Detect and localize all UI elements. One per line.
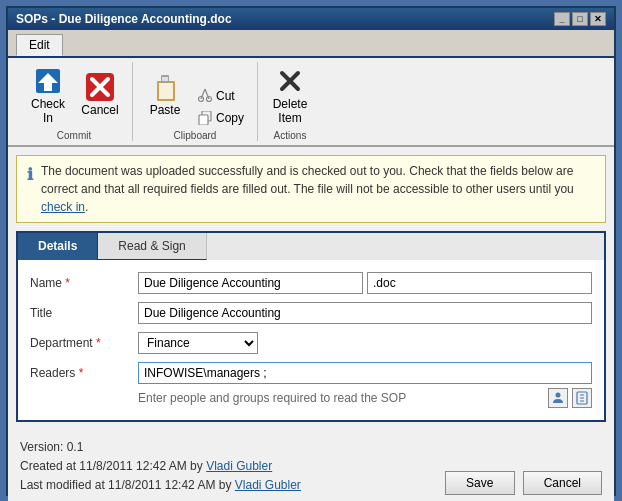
department-select[interactable]: Finance HR IT Legal Operations [138, 332, 258, 354]
tab-edit[interactable]: Edit [16, 34, 63, 56]
clipboard-group-label: Clipboard [174, 130, 217, 141]
copy-button[interactable]: Copy [193, 108, 249, 128]
tab-details[interactable]: Details [18, 233, 98, 260]
extension-input[interactable] [367, 272, 592, 294]
delete-item-button[interactable]: Delete Item [266, 62, 314, 128]
name-inputs [138, 272, 592, 294]
readers-hint-row: Enter people and groups required to read… [138, 388, 592, 408]
cancel-icon [84, 71, 116, 103]
checkin-button[interactable]: Check In [24, 62, 72, 128]
paste-icon [149, 71, 181, 103]
created-text: Created at 11/8/2011 12:42 AM by Vladi G… [20, 457, 301, 476]
version-info: Version: 0.1 Created at 11/8/2011 12:42 … [20, 438, 301, 496]
created-by-link[interactable]: Vladi Gubler [206, 459, 272, 473]
cut-copy-group: Cut Copy [193, 86, 249, 128]
commit-group-label: Commit [57, 130, 91, 141]
readers-icons [548, 388, 592, 408]
close-button[interactable]: ✕ [590, 12, 606, 26]
clipboard-buttons: Paste Cut [141, 62, 249, 128]
cancel-button[interactable]: Cancel [76, 68, 124, 128]
window-controls: _ □ ✕ [554, 12, 606, 26]
window-title: SOPs - Due Diligence Accounting.doc [16, 12, 232, 26]
readers-hint-text: Enter people and groups required to read… [138, 391, 406, 405]
content-area: ℹ The document was uploaded successfully… [8, 147, 614, 430]
svg-point-17 [556, 392, 561, 397]
modified-by-link[interactable]: Vladi Gubler [235, 478, 301, 492]
department-row: Department * Finance HR IT Legal Operati… [30, 332, 592, 354]
form-body: Name * Title Department [18, 260, 604, 420]
readers-row: Readers * Enter people and groups requir… [30, 362, 592, 408]
title-bar: SOPs - Due Diligence Accounting.doc _ □ … [8, 8, 614, 30]
application-window: SOPs - Due Diligence Accounting.doc _ □ … [6, 6, 616, 496]
title-input[interactable] [138, 302, 592, 324]
ribbon-group-actions: Delete Item Actions [258, 62, 322, 141]
modified-text: Last modified at 11/8/2011 12:42 AM by V… [20, 476, 301, 495]
checkin-icon [32, 65, 64, 97]
readers-input[interactable] [138, 362, 592, 384]
form-tab-bar: Details Read & Sign [18, 233, 604, 260]
delete-icon [274, 65, 306, 97]
paste-button[interactable]: Paste [141, 68, 189, 128]
version-text: Version: 0.1 [20, 438, 301, 457]
info-bar: ℹ The document was uploaded successfully… [16, 155, 606, 223]
department-select-container: Finance HR IT Legal Operations [138, 332, 258, 354]
name-row: Name * [30, 272, 592, 294]
maximize-button[interactable]: □ [572, 12, 588, 26]
department-label: Department * [30, 332, 130, 350]
name-required: * [65, 276, 70, 290]
cancel-footer-button[interactable]: Cancel [523, 471, 602, 495]
svg-rect-8 [162, 77, 168, 81]
actions-buttons: Delete Item [266, 62, 314, 128]
copy-icon [198, 111, 212, 125]
title-label: Title [30, 302, 130, 320]
info-icon: ℹ [27, 163, 33, 216]
ribbon-group-commit: Check In Cancel Commit [16, 62, 133, 141]
checkin-link[interactable]: check in [41, 200, 85, 214]
minimize-button[interactable]: _ [554, 12, 570, 26]
name-label: Name * [30, 272, 130, 290]
name-input[interactable] [138, 272, 363, 294]
ribbon: Check In Cancel Commit [8, 58, 614, 147]
svg-rect-14 [199, 115, 208, 125]
book-icon [575, 391, 589, 405]
readers-container: Enter people and groups required to read… [138, 362, 592, 408]
commit-buttons: Check In Cancel [24, 62, 124, 128]
footer: Version: 0.1 Created at 11/8/2011 12:42 … [8, 430, 614, 502]
svg-rect-6 [159, 83, 173, 99]
readers-label: Readers * [30, 362, 130, 380]
info-text: The document was uploaded successfully a… [41, 162, 595, 216]
person-icon [551, 391, 565, 405]
save-button[interactable]: Save [445, 471, 515, 495]
title-row: Title [30, 302, 592, 324]
form-container: Details Read & Sign Name * [16, 231, 606, 422]
cut-icon [198, 89, 212, 103]
address-book-button[interactable] [572, 388, 592, 408]
actions-group-label: Actions [274, 130, 307, 141]
ribbon-group-clipboard: Paste Cut [133, 62, 258, 141]
cut-button[interactable]: Cut [193, 86, 249, 106]
footer-buttons: Save Cancel [445, 471, 602, 495]
ribbon-tab-bar: Edit [8, 30, 614, 58]
tab-read-sign[interactable]: Read & Sign [98, 233, 206, 260]
people-picker-button[interactable] [548, 388, 568, 408]
